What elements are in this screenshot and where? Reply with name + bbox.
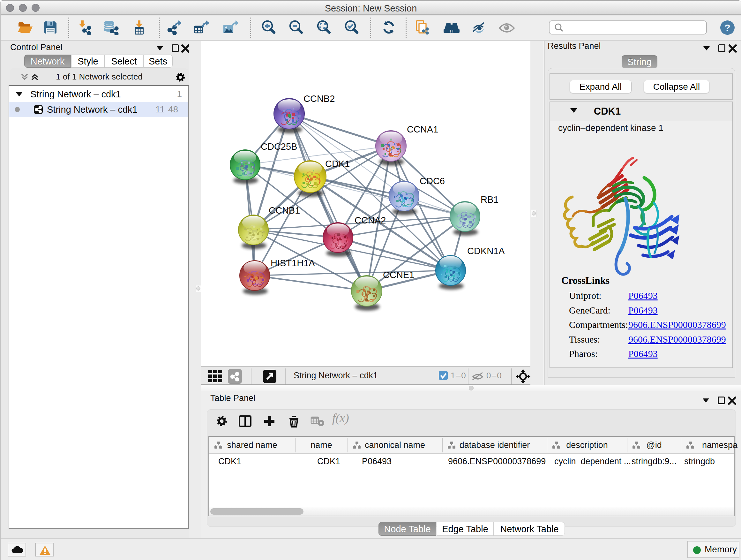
svg-text:CDKN1A: CDKN1A (467, 246, 505, 256)
svg-text:CCNA2: CCNA2 (354, 215, 386, 226)
svg-text:CCNA1: CCNA1 (407, 124, 438, 134)
svg-text:CCNB1: CCNB1 (269, 205, 300, 215)
svg-text:CDK1: CDK1 (325, 159, 350, 169)
svg-text:RB1: RB1 (481, 194, 498, 205)
svg-text:HIST1H1A: HIST1H1A (271, 258, 315, 268)
svg-text:CCNB2: CCNB2 (304, 94, 335, 104)
svg-text:CCNE1: CCNE1 (383, 270, 414, 280)
svg-text:CDC6: CDC6 (420, 176, 445, 186)
svg-text:CDC25B: CDC25B (261, 141, 297, 152)
